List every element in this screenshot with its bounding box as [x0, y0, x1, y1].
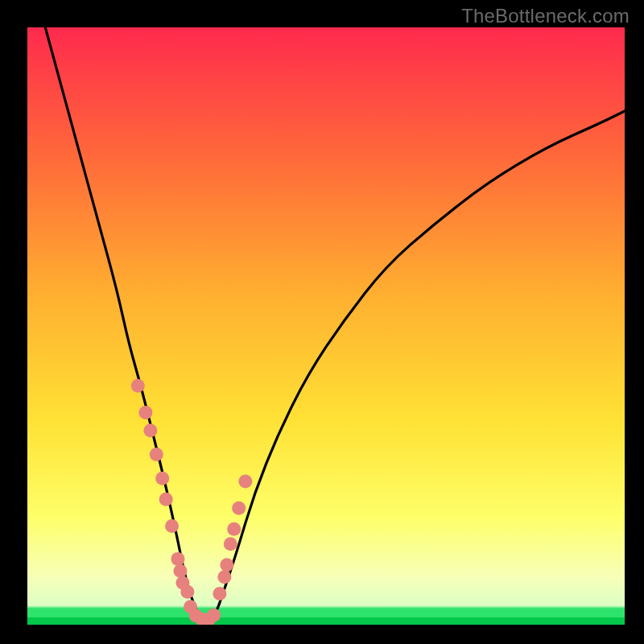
marker-dot: [155, 472, 169, 485]
chart-svg: [27, 27, 625, 625]
watermark-text: TheBottleneck.com: [461, 5, 630, 27]
marker-dot: [238, 474, 252, 488]
marker-dot: [171, 552, 184, 566]
marker-dot: [217, 570, 231, 584]
marker-dot: [220, 558, 233, 572]
gradient-background: [27, 27, 625, 625]
marker-dot: [227, 522, 241, 536]
marker-dot: [131, 379, 145, 393]
marker-dot: [159, 493, 173, 506]
marker-dot: [173, 564, 187, 578]
marker-dot: [232, 502, 246, 515]
marker-dot: [165, 519, 179, 533]
marker-dot: [213, 587, 226, 601]
plot-area: [27, 27, 625, 625]
marker-dot: [180, 585, 194, 599]
marker-dot: [138, 406, 152, 419]
marker-dot: [207, 609, 221, 622]
marker-dot: [224, 537, 237, 551]
marker-dot: [150, 448, 163, 461]
marker-dot: [143, 423, 157, 437]
green-band-dark: [27, 617, 625, 625]
outer-black-frame: TheBottleneck.com: [0, 0, 644, 644]
